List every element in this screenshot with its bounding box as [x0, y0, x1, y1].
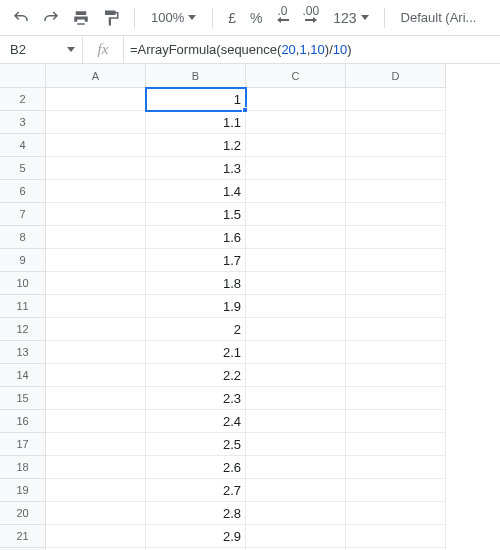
cell-A15[interactable] — [46, 387, 146, 410]
row-header[interactable]: 16 — [0, 410, 46, 433]
cell-B11[interactable]: 1.9 — [146, 295, 246, 318]
cell-A17[interactable] — [46, 433, 146, 456]
cell-C11[interactable] — [246, 295, 346, 318]
cell-C19[interactable] — [246, 479, 346, 502]
undo-button[interactable] — [8, 5, 34, 31]
cell-D20[interactable] — [346, 502, 446, 525]
cell-A11[interactable] — [46, 295, 146, 318]
row-header[interactable]: 17 — [0, 433, 46, 456]
cell-C16[interactable] — [246, 410, 346, 433]
cell-C12[interactable] — [246, 318, 346, 341]
font-dropdown[interactable]: Default (Ari... — [395, 10, 483, 25]
cell-C8[interactable] — [246, 226, 346, 249]
cell-D12[interactable] — [346, 318, 446, 341]
row-header[interactable]: 6 — [0, 180, 46, 203]
cell-A20[interactable] — [46, 502, 146, 525]
cell-C6[interactable] — [246, 180, 346, 203]
cell-B7[interactable]: 1.5 — [146, 203, 246, 226]
cell-C13[interactable] — [246, 341, 346, 364]
cell-C9[interactable] — [246, 249, 346, 272]
cell-B9[interactable]: 1.7 — [146, 249, 246, 272]
row-header[interactable]: 4 — [0, 134, 46, 157]
cell-B19[interactable]: 2.7 — [146, 479, 246, 502]
cell-B13[interactable]: 2.1 — [146, 341, 246, 364]
cell-D15[interactable] — [346, 387, 446, 410]
cell-C18[interactable] — [246, 456, 346, 479]
cell-D4[interactable] — [346, 134, 446, 157]
cell-A13[interactable] — [46, 341, 146, 364]
cell-D9[interactable] — [346, 249, 446, 272]
cell-D2[interactable] — [346, 88, 446, 111]
col-header-C[interactable]: C — [246, 64, 346, 88]
cell-D17[interactable] — [346, 433, 446, 456]
name-box-dropdown[interactable] — [60, 36, 82, 63]
cell-B14[interactable]: 2.2 — [146, 364, 246, 387]
cell-B6[interactable]: 1.4 — [146, 180, 246, 203]
fill-handle[interactable] — [242, 107, 248, 113]
cell-C3[interactable] — [246, 111, 346, 134]
cell-A3[interactable] — [46, 111, 146, 134]
row-header[interactable]: 9 — [0, 249, 46, 272]
cell-C7[interactable] — [246, 203, 346, 226]
decrease-decimal-button[interactable]: .0 — [272, 5, 294, 31]
cell-B18[interactable]: 2.6 — [146, 456, 246, 479]
cell-D19[interactable] — [346, 479, 446, 502]
cell-A14[interactable] — [46, 364, 146, 387]
cell-C21[interactable] — [246, 525, 346, 548]
cell-C5[interactable] — [246, 157, 346, 180]
cell-A10[interactable] — [46, 272, 146, 295]
cell-A16[interactable] — [46, 410, 146, 433]
cell-A12[interactable] — [46, 318, 146, 341]
cell-B20[interactable]: 2.8 — [146, 502, 246, 525]
zoom-dropdown[interactable]: 100% — [145, 10, 202, 25]
number-format-dropdown[interactable]: 123 — [328, 5, 373, 31]
print-button[interactable] — [68, 5, 94, 31]
cell-C2[interactable] — [246, 88, 346, 111]
cell-D6[interactable] — [346, 180, 446, 203]
cell-C17[interactable] — [246, 433, 346, 456]
row-header[interactable]: 10 — [0, 272, 46, 295]
cell-B4[interactable]: 1.2 — [146, 134, 246, 157]
cell-C15[interactable] — [246, 387, 346, 410]
cell-B10[interactable]: 1.8 — [146, 272, 246, 295]
cell-A21[interactable] — [46, 525, 146, 548]
cell-B16[interactable]: 2.4 — [146, 410, 246, 433]
cell-A9[interactable] — [46, 249, 146, 272]
col-header-B[interactable]: B — [146, 64, 246, 88]
cell-A19[interactable] — [46, 479, 146, 502]
cell-A5[interactable] — [46, 157, 146, 180]
row-header[interactable]: 14 — [0, 364, 46, 387]
cell-D14[interactable] — [346, 364, 446, 387]
row-header[interactable]: 11 — [0, 295, 46, 318]
cell-C10[interactable] — [246, 272, 346, 295]
cell-A4[interactable] — [46, 134, 146, 157]
cell-D13[interactable] — [346, 341, 446, 364]
cell-B3[interactable]: 1.1 — [146, 111, 246, 134]
name-box[interactable]: B2 — [0, 36, 60, 63]
currency-button[interactable]: £ — [223, 5, 241, 31]
cell-B21[interactable]: 2.9 — [146, 525, 246, 548]
row-header[interactable]: 19 — [0, 479, 46, 502]
formula-input[interactable]: =ArrayFormula(sequence(20,1,10)/10) — [124, 36, 500, 63]
cell-D3[interactable] — [346, 111, 446, 134]
col-header-A[interactable]: A — [46, 64, 146, 88]
cell-D8[interactable] — [346, 226, 446, 249]
cell-B15[interactable]: 2.3 — [146, 387, 246, 410]
row-header[interactable]: 7 — [0, 203, 46, 226]
cell-C4[interactable] — [246, 134, 346, 157]
cell-A2[interactable] — [46, 88, 146, 111]
cell-D16[interactable] — [346, 410, 446, 433]
select-all-corner[interactable] — [0, 64, 46, 88]
cell-A18[interactable] — [46, 456, 146, 479]
row-header[interactable]: 15 — [0, 387, 46, 410]
cell-C14[interactable] — [246, 364, 346, 387]
percent-button[interactable]: % — [245, 5, 267, 31]
row-header[interactable]: 8 — [0, 226, 46, 249]
cell-B2[interactable]: 1 — [146, 88, 246, 111]
row-header[interactable]: 13 — [0, 341, 46, 364]
cell-D7[interactable] — [346, 203, 446, 226]
row-header[interactable]: 5 — [0, 157, 46, 180]
row-header[interactable]: 3 — [0, 111, 46, 134]
cell-A7[interactable] — [46, 203, 146, 226]
cell-A8[interactable] — [46, 226, 146, 249]
